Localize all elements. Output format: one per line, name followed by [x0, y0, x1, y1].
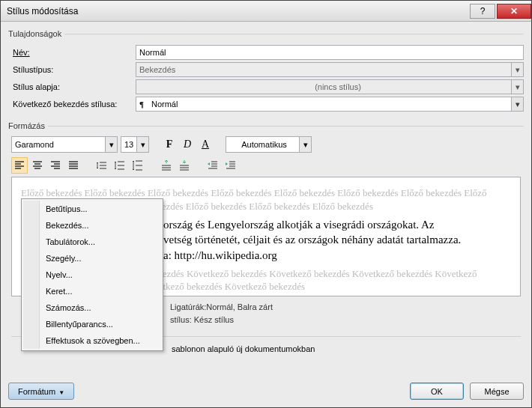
modify-style-dialog: Stílus módosítása ? ✕ Tulajdonságok Név:… [0, 0, 532, 408]
help-button[interactable]: ? [470, 4, 495, 19]
chevron-down-icon: ▾ [511, 80, 523, 94]
pilcrow-icon: ¶ [139, 100, 144, 109]
size-combo[interactable]: 13 ▾ [121, 136, 149, 153]
next-style-select[interactable]: ¶ Normál ▾ [136, 97, 524, 112]
footer: Formátum▼ OK Mégse [1, 378, 531, 407]
chevron-down-icon[interactable]: ▾ [511, 97, 523, 111]
space-before-inc-button[interactable] [158, 157, 175, 174]
titlebar: Stílus módosítása ? ✕ [1, 1, 531, 22]
toolbar-row-2 [8, 156, 524, 177]
bold-button[interactable]: F [161, 136, 178, 153]
based-on-label: Stílus alapja: [8, 82, 136, 91]
underline-button[interactable]: A [197, 136, 214, 153]
align-justify-button[interactable] [65, 157, 82, 174]
menu-item-shortcut[interactable]: Billentyűparancs... [23, 316, 161, 332]
chevron-down-icon: ▾ [511, 63, 523, 76]
font-combo[interactable]: Garamond ▾ [11, 136, 118, 153]
format-menu: Betűtípus... Bekezdés... Tabulátorok... … [21, 198, 163, 351]
menu-item-tabs[interactable]: Tabulátorok... [23, 234, 161, 250]
close-button[interactable]: ✕ [497, 4, 531, 19]
name-input[interactable] [136, 45, 524, 60]
window-buttons: ? ✕ [468, 4, 531, 19]
chevron-down-icon[interactable]: ▾ [105, 137, 117, 152]
line-spacing-1-button[interactable] [94, 157, 110, 174]
menu-item-numbering[interactable]: Számozás... [23, 299, 161, 316]
type-label: Stílustípus: [8, 65, 136, 74]
line-spacing-2-button[interactable] [130, 157, 146, 174]
align-center-button[interactable] [29, 157, 46, 174]
menu-item-language[interactable]: Nyelv... [23, 267, 161, 283]
indent-decrease-button[interactable] [205, 157, 221, 174]
chevron-down-icon[interactable]: ▾ [136, 137, 148, 152]
indent-increase-button[interactable] [223, 157, 239, 174]
next-style-label: Következő bekezdés stílusa: [8, 100, 136, 109]
menu-item-font[interactable]: Betűtípus... [23, 201, 161, 217]
properties-group: Tulajdonságok Név: Stílustípus: Bekezdés… [8, 29, 524, 114]
align-left-button[interactable] [11, 157, 28, 174]
line-spacing-1-5-button[interactable] [112, 157, 128, 174]
menu-item-frame[interactable]: Keret... [23, 283, 161, 299]
cancel-button[interactable]: Mégse [470, 383, 524, 400]
menu-item-texteffects[interactable]: Effektusok a szövegben... [23, 332, 161, 349]
italic-button[interactable]: D [179, 136, 196, 153]
color-combo[interactable]: Automatikus ▾ [226, 136, 312, 153]
space-before-dec-button[interactable] [176, 157, 193, 174]
name-label: Név: [8, 48, 136, 57]
ok-button[interactable]: OK [410, 383, 464, 400]
window-title: Stílus módosítása [7, 6, 468, 16]
format-button[interactable]: Formátum▼ [8, 383, 74, 400]
template-checkbox-label: sablonon alapuló új dokumentumokban [172, 344, 315, 353]
content: Tulajdonságok Név: Stílustípus: Bekezdés… [1, 22, 531, 378]
align-right-button[interactable] [47, 157, 64, 174]
type-select: Bekezdés ▾ [136, 62, 524, 77]
properties-legend: Tulajdonságok [8, 29, 64, 38]
menu-item-paragraph[interactable]: Bekezdés... [23, 217, 161, 234]
toolbar-row-1: Garamond ▾ 13 ▾ F D A Automatikus ▾ [8, 135, 524, 156]
menu-item-border[interactable]: Szegély... [23, 250, 161, 267]
chevron-down-icon[interactable]: ▾ [299, 137, 311, 152]
based-on-select: (nincs stílus) ▾ [136, 79, 524, 94]
formatting-legend: Formázás [8, 121, 48, 130]
